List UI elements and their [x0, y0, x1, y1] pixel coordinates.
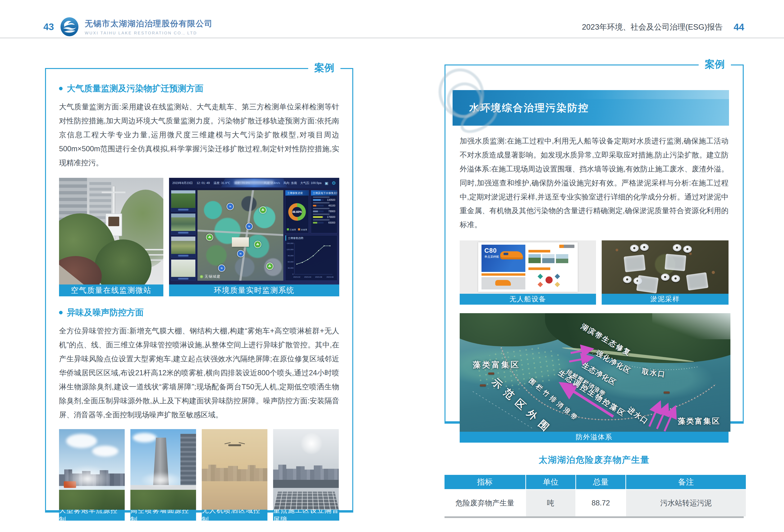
map-marker-water[interactable]: ≈	[237, 250, 244, 257]
photo-lake-diagram: 藻类富集区 湖滨带生态修复 强化净化区 生态净化区 排桩围栏消浪带 取水口 生态…	[460, 313, 730, 432]
photo-sound-barrier	[273, 429, 339, 510]
map-marker-water[interactable]: ≈	[227, 203, 234, 210]
table-header-unit: 单位	[526, 475, 576, 489]
map-marker-air[interactable]: ☘	[206, 234, 213, 241]
company-name-block: 无锡市太湖湖泊治理股份有限公司 WUXI TAIHU LAKE RESTORAT…	[85, 18, 213, 35]
photo-row-controls: 大型雾炮车点源控制 高空喷雾墙面源控制	[59, 429, 339, 521]
brochure-bar	[481, 273, 525, 276]
table-header-note: 备注	[626, 475, 746, 489]
leaf-logo-icon	[200, 275, 203, 278]
instrument-face	[108, 217, 119, 226]
case-box-water-env: 案例 水环境综合治理污染防控 加强水质监测:在施工过程中,利用无人船等设备定期对…	[445, 64, 744, 424]
sun-shape	[301, 433, 322, 454]
figure-sound-barrier: 重点施工区设立隔音屏障	[273, 429, 339, 521]
barrier-shape	[273, 480, 339, 488]
caption-sludge: 淤泥采样	[602, 294, 729, 305]
photo-drone-spray	[202, 429, 268, 510]
paragraph-air-quality: 大气质量监测方面:采用建设在线监测站、大气走航车、第三方检测单位采样检测等针对性…	[59, 100, 339, 170]
brochure-bar	[528, 250, 550, 252]
monitor-icon[interactable]: ▣	[325, 181, 328, 186]
case-label-right: 案例	[699, 58, 731, 70]
brochure-diagram	[481, 277, 525, 289]
hazardous-waste-table: 指标 单位 总量 备注 危险废弃物产生量 吨 88.72 污水站转运污泥	[445, 475, 744, 516]
trend-line-chart: 150,000 120,000 90,000 60,000 30,000 0	[285, 241, 335, 280]
panel-soil-progress: 土壤修复进度 48.60% 已修复 未修复	[285, 190, 309, 233]
bar-value: 78900	[325, 210, 335, 213]
table-bottom-rule	[445, 516, 744, 518]
report-spread: 43 无锡市太湖湖泊治理股份有限公司 WUXI TAIHU LAKE RESTO…	[0, 0, 784, 532]
svg-text:120,000: 120,000	[287, 248, 293, 251]
section-heading-odor: 异味及噪声防控方面	[59, 307, 339, 318]
table-cell-note: 污水站转运污泥	[626, 490, 746, 516]
photo-unmanned-boat: C80 单点采样船	[460, 241, 596, 294]
dashboard-satellite-map[interactable]: ≈ ≈ ≈ ≈ ☘ ☘ ☘ ☘ 无锡城建	[197, 190, 283, 281]
caption-sound-barrier: 重点施工区设立隔音屏障	[273, 510, 339, 521]
brochure-thumbs	[528, 254, 568, 263]
table-header-total: 总量	[576, 475, 625, 489]
lake-label-algae-left: 藻类富集区	[473, 359, 520, 370]
bullet-dot-icon	[59, 87, 63, 90]
building-shape	[180, 434, 196, 493]
photo-sludge-sampling	[602, 241, 729, 294]
map-marker-water[interactable]: ≈	[218, 264, 225, 272]
boat-shape	[500, 251, 523, 259]
map-marker-air[interactable]: ☘	[266, 263, 273, 270]
caption-air-station: 空气质量在线监测微站	[59, 284, 163, 296]
header-divider	[0, 37, 784, 38]
bar-value: 130500	[325, 198, 335, 201]
table-cell-total: 88.72	[576, 490, 625, 516]
figure-fog-cannon: 大型雾炮车点源控制	[59, 429, 125, 521]
dashboard-camera-sidebar	[171, 190, 196, 281]
section-title-air: 大气质量监测及污染物扩迁预测方面	[67, 83, 203, 94]
left-page-header: 43 无锡市太湖湖泊治理股份有限公司 WUXI TAIHU LAKE RESTO…	[44, 17, 213, 36]
haze-overlay	[202, 429, 268, 510]
map-marker-air[interactable]: ☘	[254, 241, 261, 248]
map-marker-air[interactable]: ☘	[259, 206, 267, 214]
report-title: 2023年环境、社会及公司治理(ESG)报告	[582, 22, 723, 32]
company-name-cn: 无锡市太湖湖泊治理股份有限公司	[85, 18, 213, 29]
figure-station: 空气质量在线监测微站	[59, 178, 163, 296]
gear-icon[interactable]: ⚙	[332, 180, 336, 186]
caption-lake: 防外溢体系	[460, 432, 729, 443]
panel-soil-trend: 土壤修复趋势 150,000 120,000 90,000 60,000 30	[285, 235, 337, 281]
spray-shape	[140, 472, 183, 488]
panel-title: 土壤修复趋势	[285, 235, 337, 241]
svg-text:2023-08: 2023-08	[327, 276, 334, 278]
caption-boat: 无人船设备	[460, 294, 596, 305]
station-arm	[102, 192, 125, 193]
photo-row-sampling: C80 单点采样船	[460, 241, 729, 305]
camera-thumb[interactable]	[171, 236, 196, 258]
svg-text:2023-02: 2023-02	[293, 276, 300, 278]
boat-brochure: C80 单点采样船	[478, 242, 578, 292]
svg-text:2023-06: 2023-06	[315, 276, 322, 278]
caption-drone: 无人机喷洒区域控制	[202, 510, 268, 521]
camera-thumb[interactable]	[171, 190, 196, 212]
figure-sludge: 淤泥采样	[602, 241, 729, 305]
company-logo-icon	[60, 17, 79, 36]
case-box-air-quality: 案例 大气质量监测及污染物扩迁预测方面 大气质量监测方面:采用建设在线监测站、大…	[45, 68, 353, 512]
brochure-diamond-diagram	[531, 273, 566, 288]
dashboard-title-blurred	[221, 178, 287, 187]
bar-value: 46100	[325, 204, 335, 207]
figure-spray-wall: 高空喷雾墙面源控制	[131, 429, 196, 521]
photo-spray-wall	[131, 429, 196, 510]
svg-text:30,000: 30,000	[288, 267, 294, 269]
dashboard-pressure: 大气压: 100.5pa	[300, 181, 321, 185]
bush-shape	[59, 490, 125, 510]
banner-title: 水环境综合治理污染防控	[469, 101, 589, 114]
svg-text:60,000: 60,000	[288, 261, 294, 263]
figure-lake-system: 藻类富集区 湖滨带生态修复 强化净化区 生态净化区 排桩围栏消浪带 取水口 生态…	[460, 313, 729, 443]
paragraph-water-quality: 加强水质监测:在施工过程中,利用无人船等设备定期对水质进行监测,确保施工活动不对…	[460, 134, 729, 232]
table-cell-indicator: 危险废弃物产生量	[445, 490, 525, 516]
camera-thumb[interactable]	[171, 213, 196, 235]
map-marker-water[interactable]: ≈	[246, 223, 253, 230]
section-title-odor: 异味及噪声防控方面	[67, 307, 144, 318]
camera-thumb[interactable]	[171, 259, 196, 281]
bush-shape	[131, 490, 196, 510]
svg-text:90,000: 90,000	[288, 255, 294, 257]
panel-title: 土壤及地下水修复总量	[311, 190, 337, 196]
progress-donut-chart: 48.60%	[288, 203, 306, 221]
svg-text:0: 0	[292, 273, 294, 275]
map-building	[232, 237, 249, 247]
case-label-left: 案例	[308, 62, 340, 74]
